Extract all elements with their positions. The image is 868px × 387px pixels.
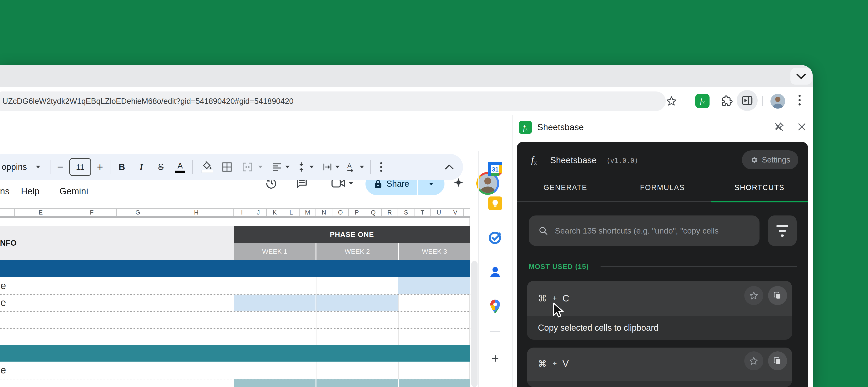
- camera-dropdown-caret[interactable]: [349, 182, 353, 185]
- gantt-cell[interactable]: [399, 379, 470, 387]
- gantt-cell[interactable]: [316, 294, 398, 311]
- text-wrap-caret[interactable]: [335, 166, 340, 169]
- column-header[interactable]: G: [117, 209, 159, 216]
- increase-font-button[interactable]: +: [97, 161, 103, 173]
- shortcut-search[interactable]: [529, 215, 760, 246]
- borders-button[interactable]: [222, 162, 232, 172]
- unpin-icon[interactable]: [773, 121, 785, 133]
- vertical-align-caret[interactable]: [310, 166, 314, 169]
- search-input[interactable]: [554, 226, 760, 236]
- strikethrough-button[interactable]: S: [158, 162, 164, 172]
- filter-icon: [776, 225, 788, 237]
- gantt-cell[interactable]: [234, 294, 315, 311]
- menu-item-help[interactable]: Help: [21, 186, 39, 197]
- text-rotation-button[interactable]: A: [346, 162, 356, 172]
- horizontal-align-button[interactable]: [272, 163, 282, 171]
- shortcut-card[interactable]: ⌘ + C Copy selected cells to clipboard: [527, 281, 792, 340]
- browser-profile-avatar[interactable]: [770, 94, 785, 109]
- column-headers[interactable]: E F G H I J K L M N O P Q R S T U V: [0, 208, 470, 216]
- column-header[interactable]: Q: [365, 209, 382, 216]
- mouse-cursor: [553, 302, 566, 318]
- toolbar-divider: [762, 96, 763, 106]
- italic-button[interactable]: I: [140, 162, 143, 172]
- column-header[interactable]: P: [349, 209, 365, 216]
- tasks-icon[interactable]: [488, 231, 502, 244]
- font-dropdown-caret[interactable]: [36, 166, 40, 169]
- column-header[interactable]: H: [159, 209, 234, 216]
- address-bar[interactable]: UZcDG6leW2tydk2W1qEBqLZloEDehieM68o/edit…: [0, 92, 666, 111]
- gantt-cell[interactable]: [316, 379, 398, 387]
- vertical-scrollbar[interactable]: [471, 261, 477, 387]
- extensions-puzzle-icon[interactable]: [721, 95, 733, 107]
- text-color-button[interactable]: A: [175, 161, 185, 173]
- add-apps-plus-icon[interactable]: +: [491, 351, 499, 365]
- column-header[interactable]: M: [300, 209, 316, 216]
- font-name-select[interactable]: oppins: [2, 162, 27, 172]
- copy-shortcut-button[interactable]: [768, 286, 787, 305]
- favorite-star-button[interactable]: [744, 286, 763, 305]
- keep-icon[interactable]: [488, 197, 502, 210]
- font-size-input[interactable]: 11: [69, 158, 91, 176]
- close-icon[interactable]: [797, 121, 807, 132]
- column-header[interactable]: F: [67, 209, 117, 216]
- settings-button[interactable]: Settings: [742, 150, 798, 169]
- tab-search-chevron-button[interactable]: [790, 68, 812, 84]
- key-cmd: ⌘: [538, 293, 547, 304]
- text-rotation-caret[interactable]: [360, 166, 364, 169]
- fill-color-button[interactable]: [202, 161, 213, 173]
- tab-generate[interactable]: GENERATE: [517, 183, 614, 192]
- rail-divider: [490, 331, 500, 332]
- horizontal-align-caret[interactable]: [285, 166, 289, 169]
- column-header[interactable]: S: [398, 209, 414, 216]
- contacts-icon[interactable]: [489, 266, 502, 278]
- filter-button[interactable]: [768, 215, 797, 246]
- calendar-icon[interactable]: 31: [488, 162, 502, 176]
- column-header[interactable]: L: [283, 209, 300, 216]
- share-dropdown-caret[interactable]: [418, 183, 444, 185]
- decrease-font-button[interactable]: −: [57, 161, 63, 173]
- menu-item-gemini[interactable]: Gemini: [60, 186, 88, 197]
- favorite-star-button[interactable]: [744, 351, 763, 371]
- vertical-align-button[interactable]: [297, 162, 306, 172]
- gantt-cell[interactable]: [398, 277, 470, 294]
- section-row-blue[interactable]: [0, 260, 470, 277]
- phase-one-header-cell[interactable]: PHASE ONE: [234, 226, 470, 243]
- column-header[interactable]: N: [316, 209, 332, 216]
- column-header[interactable]: O: [332, 209, 349, 216]
- column-header[interactable]: V: [447, 209, 464, 216]
- info-header-cell[interactable]: NFO: [0, 226, 234, 260]
- tab-strip: [0, 65, 813, 87]
- side-panel-button[interactable]: [737, 90, 757, 111]
- text-wrap-button[interactable]: [323, 163, 332, 171]
- column-header[interactable]: R: [382, 209, 398, 216]
- tab-shortcuts[interactable]: SHORTCUTS: [711, 183, 808, 192]
- column-header[interactable]: J: [250, 209, 267, 216]
- tab-formulas[interactable]: FORMULAS: [614, 183, 711, 192]
- maps-icon[interactable]: [489, 300, 501, 313]
- collapse-toolbar-chevron[interactable]: [445, 165, 454, 170]
- column-header[interactable]: K: [267, 209, 283, 216]
- active-tab-underline: [711, 201, 808, 202]
- column-header[interactable]: U: [431, 209, 447, 216]
- section-row-teal[interactable]: [0, 345, 470, 361]
- lock-icon: [374, 179, 382, 188]
- merge-cells-button[interactable]: [242, 162, 253, 172]
- column-header[interactable]: E: [15, 209, 67, 216]
- week3-header-cell[interactable]: WEEK 3: [399, 243, 470, 260]
- sheetsbase-extension-icon[interactable]: fx: [695, 94, 710, 108]
- browser-menu-icon[interactable]: [799, 95, 801, 105]
- column-header[interactable]: I: [234, 209, 250, 216]
- column-header[interactable]: T: [414, 209, 431, 216]
- bookmark-star-icon[interactable]: [666, 95, 677, 107]
- copy-shortcut-button[interactable]: [768, 351, 787, 371]
- row-label: e: [0, 297, 6, 308]
- shortcut-card[interactable]: ⌘ + V: [527, 348, 792, 387]
- merge-dropdown-caret[interactable]: [258, 166, 262, 169]
- row-label: e: [0, 280, 6, 291]
- week1-header-cell[interactable]: WEEK 1: [234, 243, 315, 260]
- menu-item-partial[interactable]: ns: [0, 186, 9, 197]
- week2-header-cell[interactable]: WEEK 2: [316, 243, 398, 260]
- bold-button[interactable]: B: [119, 162, 125, 172]
- toolbar-more-icon[interactable]: [380, 162, 382, 172]
- gantt-cell[interactable]: [234, 379, 315, 387]
